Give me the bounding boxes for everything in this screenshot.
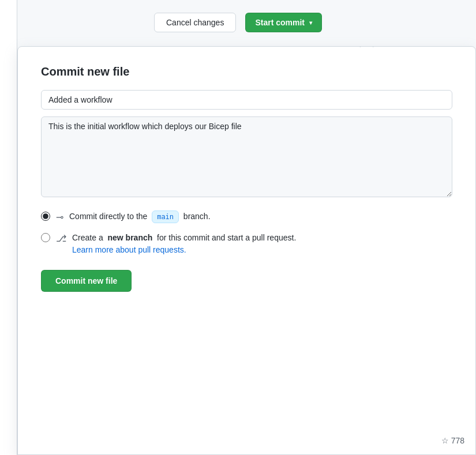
radio-option-direct-commit: ⊸ Commit directly to the main branch. [41, 210, 452, 224]
radio-new-branch[interactable] [41, 233, 50, 242]
commit-new-file-button[interactable]: Commit new file [41, 270, 132, 292]
branch-badge: main [152, 210, 179, 223]
star-count-area: ☆ 778 [441, 436, 464, 445]
star-icon: ☆ [441, 436, 449, 445]
learn-more-link[interactable]: Learn more about pull requests. [72, 245, 186, 254]
branch-label-mid: for this commit and start a pull request… [157, 233, 296, 242]
commit-direct-icon: ⊸ [56, 211, 63, 224]
direct-label-before: Commit directly to the [69, 212, 147, 221]
branch-label-before: Create a [72, 233, 103, 242]
radio-direct-label[interactable]: Commit directly to the main branch. [69, 210, 211, 223]
new-branch-bold: new branch [107, 233, 152, 242]
toolbar: Cancel changes Start commit ▾ [0, 0, 476, 45]
direct-label-after: branch. [183, 212, 211, 221]
star-count: 778 [451, 436, 464, 445]
cancel-changes-button[interactable]: Cancel changes [154, 13, 236, 32]
start-commit-button[interactable]: Start commit ▾ [245, 13, 322, 32]
commit-message-input[interactable] [41, 90, 452, 110]
sidebar-bg [0, 0, 17, 455]
modal-title: Commit new file [41, 65, 452, 78]
radio-direct-commit[interactable] [41, 212, 50, 221]
bottom-bar: ☆ 778 [361, 426, 476, 455]
branch-icon: ⎇ [56, 232, 66, 245]
radio-option-new-branch: ⎇ Create a new branch for this commit an… [41, 232, 452, 256]
commit-description-textarea[interactable]: This is the initial workflow which deplo… [41, 116, 452, 197]
dropdown-arrow-icon: ▾ [309, 20, 312, 26]
radio-branch-label[interactable]: Create a new branch for this commit and … [72, 232, 296, 256]
commit-modal-panel: Commit new file This is the initial work… [17, 46, 476, 455]
branch-options: ⊸ Commit directly to the main branch. ⎇ … [41, 210, 452, 256]
start-commit-label: Start commit [255, 18, 305, 27]
